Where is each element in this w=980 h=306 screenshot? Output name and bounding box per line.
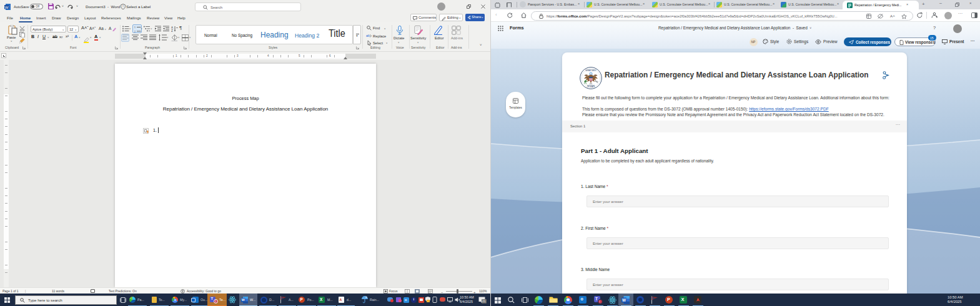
svg-text:2: 2 bbox=[134, 30, 136, 32]
svg-text:DEPARTMENT: DEPARTMENT bbox=[585, 69, 596, 72]
svg-text:OF STATE: OF STATE bbox=[587, 86, 595, 88]
svg-text:A: A bbox=[171, 26, 174, 29]
svg-text:!: ! bbox=[122, 4, 123, 8]
svg-text:W: W bbox=[5, 6, 9, 9]
svg-text:W: W bbox=[622, 297, 626, 302]
svg-text:Z: Z bbox=[171, 29, 173, 32]
svg-text:ab: ab bbox=[366, 34, 370, 37]
svg-text:1: 1 bbox=[134, 26, 136, 29]
